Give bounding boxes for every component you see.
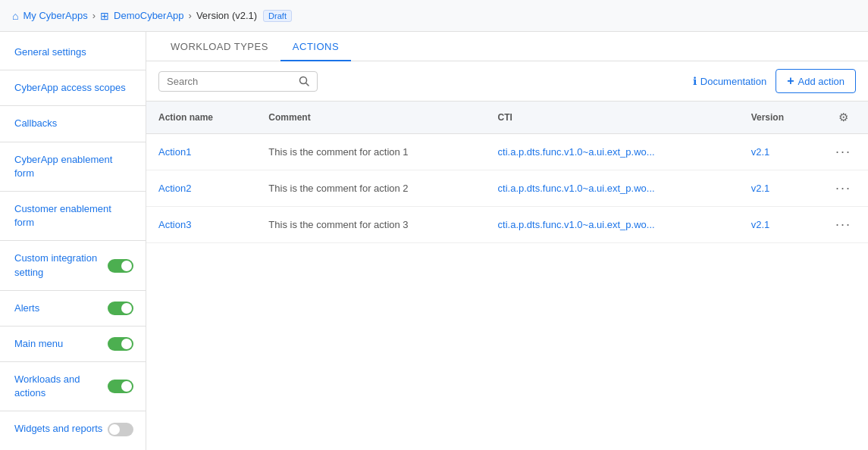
svg-line-1 [306,83,309,86]
sidebar: General settings CyberApp access scopes … [0,32,146,450]
breadcrumb-app-label: DemoCyberApp [114,10,184,21]
row-menu-button-1[interactable]: ··· [831,179,856,198]
sidebar-divider-2 [0,105,146,106]
sidebar-item-general-settings[interactable]: General settings [0,38,146,67]
tab-workload-types-label: WORKLOAD TYPES [171,41,268,52]
sidebar-item-custom-integration-setting[interactable]: Custom integration setting [0,244,146,286]
sidebar-divider-3 [0,142,146,142]
row-menu-button-0[interactable]: ··· [831,142,856,161]
cell-menu-1: ··· [819,170,868,207]
sidebar-label-customer-enablement-form: Customer enablement form [14,202,133,230]
cell-menu-2: ··· [819,207,868,243]
breadcrumb-home[interactable]: ⌂ My CyberApps [12,10,88,22]
toggle-slider-custom-integration [108,259,133,273]
breadcrumb-version: Version (v2.1) [196,10,257,21]
toolbar: ℹ Documentation + Add action [146,61,868,102]
table-settings-button[interactable]: ⚙ [837,109,850,126]
row-menu-button-2[interactable]: ··· [831,215,856,234]
toggle-custom-integration-setting[interactable] [108,259,133,273]
info-icon: ℹ [693,75,697,87]
sidebar-divider-5 [0,240,146,241]
cell-comment-2: This is the comment for action 3 [256,207,485,243]
toggle-slider-workloads-and-actions [108,380,133,393]
sidebar-label-custom-integration-setting: Custom integration setting [14,252,108,279]
tab-actions-label: ACTIONS [293,41,339,52]
cell-version-0: v2.1 [739,134,819,170]
content-area: WORKLOAD TYPES ACTIONS ℹ Docum [146,32,868,450]
sidebar-item-customer-enablement-form[interactable]: Customer enablement form [0,195,146,237]
cell-version-1: v2.1 [739,170,819,207]
breadcrumb-bar: ⌂ My CyberApps › ⊞ DemoCyberApp › Versio… [0,0,868,32]
search-icon-button[interactable] [299,76,309,86]
sidebar-item-cyberapp-enablement-form[interactable]: CyberApp enablement form [0,145,146,188]
cell-menu-0: ··· [819,134,868,170]
search-box[interactable] [158,71,318,92]
toggle-slider-widgets-and-reports [108,423,133,436]
add-action-label: Add action [798,76,844,87]
col-header-version: Version [739,102,819,134]
sidebar-divider-9 [0,411,146,411]
cell-action-name-2: Action3 [146,207,256,243]
sidebar-item-callbacks[interactable]: Callbacks [0,109,146,138]
toggle-alerts[interactable] [108,302,133,315]
sidebar-label-main-menu: Main menu [14,337,63,351]
cell-comment-1: This is the comment for action 2 [256,170,485,207]
sidebar-label-callbacks: Callbacks [14,117,57,130]
table-row: Action2 This is the comment for action 2… [146,170,868,207]
cell-action-name-1: Action2 [146,170,256,207]
breadcrumb-sep-2: › [189,10,192,21]
sidebar-divider-7 [0,326,146,327]
table-row: Action1 This is the comment for action 1… [146,134,868,170]
main-layout: General settings CyberApp access scopes … [0,32,868,450]
sidebar-label-general-settings: General settings [14,45,86,59]
cell-cti-2: cti.a.p.dts.func.v1.0~a.ui.ext_p.wo... [486,207,739,243]
breadcrumb-home-label: My CyberApps [23,10,87,21]
col-header-action-name: Action name [146,102,256,134]
sidebar-divider-1 [0,70,146,70]
cell-action-name-0: Action1 [146,134,256,170]
search-input[interactable] [167,76,299,87]
sidebar-divider-8 [0,361,146,362]
table-container: Action name Comment CTI Version ⚙ [146,102,868,450]
breadcrumb-sep-1: › [92,10,96,21]
cell-version-2: v2.1 [739,207,819,243]
toggle-slider-alerts [108,302,133,315]
table-header-row: Action name Comment CTI Version ⚙ [146,102,868,134]
documentation-label: Documentation [700,76,766,87]
toggle-slider-main-menu [108,337,133,351]
sidebar-divider-4 [0,191,146,192]
sidebar-item-widgets-and-reports[interactable]: Widgets and reports [0,414,146,443]
col-header-settings: ⚙ [819,102,868,134]
sidebar-item-main-menu[interactable]: Main menu [0,330,146,358]
cell-cti-0: cti.a.p.dts.func.v1.0~a.ui.ext_p.wo... [486,134,739,170]
documentation-link[interactable]: ℹ Documentation [693,75,766,87]
actions-table: Action name Comment CTI Version ⚙ [146,102,868,243]
grid-icon: ⊞ [100,10,109,22]
tab-workload-types[interactable]: WORKLOAD TYPES [158,32,280,61]
sidebar-label-workloads-and-actions: Workloads and actions [14,373,108,400]
toggle-main-menu[interactable] [108,337,133,351]
sidebar-label-cyberapp-access-scopes: CyberApp access scopes [14,81,126,95]
breadcrumb-app[interactable]: ⊞ DemoCyberApp [100,10,184,22]
tab-actions[interactable]: ACTIONS [280,32,351,61]
sidebar-divider-6 [0,290,146,291]
home-icon: ⌂ [12,10,18,22]
sidebar-label-widgets-and-reports: Widgets and reports [14,422,102,436]
cell-comment-0: This is the comment for action 1 [256,134,485,170]
toggle-widgets-and-reports[interactable] [108,423,133,436]
tabs-bar: WORKLOAD TYPES ACTIONS [146,32,868,61]
col-header-comment: Comment [256,102,485,134]
sidebar-item-cyberapp-access-scopes[interactable]: CyberApp access scopes [0,73,146,102]
toggle-workloads-and-actions[interactable] [108,380,133,393]
sidebar-label-cyberapp-enablement-form: CyberApp enablement form [14,153,133,180]
table-row: Action3 This is the comment for action 3… [146,207,868,243]
sidebar-label-alerts: Alerts [14,302,39,315]
add-action-button[interactable]: + Add action [776,69,856,93]
sidebar-item-alerts[interactable]: Alerts [0,294,146,323]
cell-cti-1: cti.a.p.dts.func.v1.0~a.ui.ext_p.wo... [486,170,739,207]
draft-badge: Draft [263,10,292,22]
toolbar-right: ℹ Documentation + Add action [693,69,856,93]
sidebar-item-workloads-and-actions[interactable]: Workloads and actions [0,365,146,408]
plus-icon: + [787,74,794,88]
col-header-cti: CTI [486,102,739,134]
